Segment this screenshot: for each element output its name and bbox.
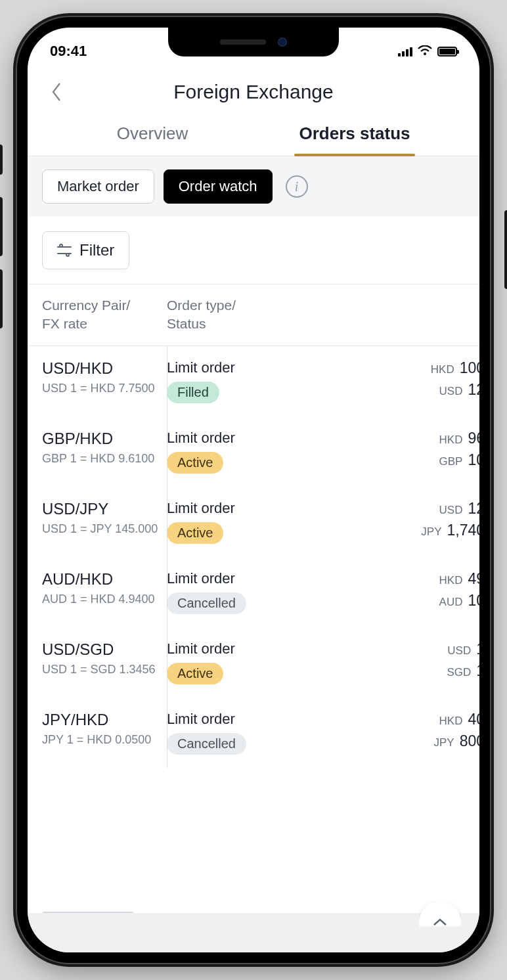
sell-currency: HKD [431, 363, 454, 376]
status-badge: Cancelled [167, 592, 246, 614]
currency-pair: USD/HKD [42, 359, 167, 378]
order-type: Limit order [167, 711, 298, 728]
sell-currency: HKD [439, 574, 463, 587]
sell-currency: USD [439, 504, 463, 517]
currency-pair: JPY/HKD [42, 711, 167, 729]
status-time: 09:41 [50, 43, 87, 60]
status-badge: Active [167, 663, 223, 684]
filter-button[interactable]: Filter [42, 231, 129, 269]
order-type: Limit order [167, 570, 298, 587]
table-row[interactable]: USD/HKDUSD 1 = HKD 7.7500Limit orderFill… [28, 346, 479, 416]
col-header-status: Status [167, 315, 298, 333]
col-header-buying: Buyin [298, 315, 479, 333]
buy-currency: JPY [421, 525, 441, 539]
column-headers: Currency Pair/ FX rate Order type/ Statu… [28, 284, 479, 346]
table-row[interactable]: AUD/HKDAUD 1 = HKD 4.9400Limit orderCanc… [28, 557, 479, 627]
order-kind-row: Market order Order watch i [28, 156, 479, 217]
buy-amount: 10,000.0 [468, 592, 479, 610]
wifi-icon [418, 43, 432, 60]
buy-currency: JPY [433, 736, 454, 749]
order-watch-button[interactable]: Order watch [164, 169, 273, 204]
status-badge: Filled [167, 382, 219, 403]
footer-bar [28, 913, 479, 952]
page-title: Foreign Exchange [173, 81, 334, 103]
currency-pair: GBP/HKD [42, 430, 167, 448]
currency-pair: USD/SGD [42, 640, 167, 659]
svg-point-0 [424, 53, 426, 55]
status-badge: Active [167, 522, 223, 544]
fx-rate: USD 1 = SGD 1.3456 [42, 663, 167, 677]
order-type: Limit order [167, 640, 298, 657]
sell-amount: 49,400.0 [468, 570, 479, 588]
tabs: Overview Orders status [28, 118, 479, 156]
table-row[interactable]: GBP/HKDGBP 1 = HKD 9.6100Limit orderActi… [28, 416, 479, 487]
sell-amount: 1,000.0 [476, 640, 479, 658]
order-type: Limit order [167, 500, 298, 517]
filter-label: Filter [79, 241, 114, 259]
sell-currency: HKD [439, 715, 463, 728]
buy-amount: 1,345.6 [476, 662, 479, 680]
fx-rate: GBP 1 = HKD 9.6100 [42, 452, 167, 466]
buy-amount: 12,903.2 [468, 381, 479, 399]
fx-rate: JPY 1 = HKD 0.0500 [42, 733, 167, 747]
col-header-type: Order type/ [167, 296, 298, 315]
orders-scroll-area[interactable]: Currency Pair/ FX rate Order type/ Statu… [28, 284, 479, 952]
market-order-button[interactable]: Market order [42, 169, 154, 204]
status-badge: Cancelled [167, 733, 246, 755]
filter-icon [57, 244, 72, 256]
sell-currency: USD [447, 644, 471, 657]
fx-rate: USD 1 = HKD 7.7500 [42, 382, 167, 395]
col-header-selling: Sellin [298, 296, 479, 315]
tab-orders-status[interactable]: Orders status [254, 118, 456, 156]
sell-amount: 12,000.0 [468, 500, 479, 518]
currency-pair: AUD/HKD [42, 570, 167, 589]
table-row[interactable]: USD/JPYUSD 1 = JPY 145.000Limit orderAct… [28, 487, 479, 557]
table-row[interactable]: USD/SGDUSD 1 = SGD 1.3456Limit orderActi… [28, 627, 479, 698]
battery-icon [437, 47, 457, 56]
buy-amount: 1,740,000.0 [447, 522, 479, 539]
sell-amount: 96,100.0 [468, 430, 479, 447]
order-type: Limit order [167, 430, 298, 447]
sell-amount: 100,000.0 [460, 359, 479, 377]
fx-rate: USD 1 = JPY 145.000 [42, 522, 167, 536]
back-button[interactable] [45, 80, 68, 104]
status-badge: Active [167, 452, 223, 474]
sell-currency: HKD [439, 434, 463, 447]
col-header-rate: FX rate [42, 315, 167, 333]
order-type: Limit order [167, 359, 298, 376]
buy-amount: 10,000.0 [468, 451, 479, 469]
sell-amount: 40,000.0 [468, 711, 479, 728]
col-header-pair: Currency Pair/ [42, 296, 167, 315]
tab-overview[interactable]: Overview [51, 118, 254, 156]
buy-currency: USD [439, 385, 463, 398]
buy-amount: 800,000.0 [460, 732, 479, 750]
buy-currency: GBP [439, 455, 463, 468]
buy-currency: AUD [439, 596, 463, 609]
buy-currency: SGD [447, 666, 471, 679]
status-icons [398, 43, 457, 60]
table-row[interactable]: JPY/HKDJPY 1 = HKD 0.0500Limit orderCanc… [28, 698, 479, 768]
fx-rate: AUD 1 = HKD 4.9400 [42, 592, 167, 606]
currency-pair: USD/JPY [42, 500, 167, 518]
info-icon[interactable]: i [286, 175, 308, 198]
cellular-icon [398, 46, 412, 56]
